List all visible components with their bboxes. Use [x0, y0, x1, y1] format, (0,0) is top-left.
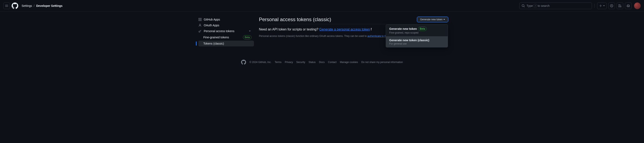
- dropdown-item-title: Generate new token: [389, 27, 417, 30]
- footer-link-privacy[interactable]: Privacy: [285, 61, 293, 64]
- sidebar-item-label: Fine-grained tokens: [203, 36, 229, 39]
- main-content: Personal access tokens (classic) Generat…: [259, 16, 448, 46]
- search-input[interactable]: Type / to search: [519, 2, 592, 9]
- svg-point-4: [620, 6, 621, 7]
- svg-point-3: [619, 6, 620, 7]
- svg-rect-5: [199, 18, 200, 19]
- breadcrumb-settings-link[interactable]: Settings: [22, 4, 32, 7]
- dropdown-item-subtitle: For general use: [389, 42, 444, 45]
- hamburger-icon: [5, 4, 8, 7]
- breadcrumb-current: Developer Settings: [36, 4, 62, 7]
- sidebar-item-personal-access-tokens[interactable]: Personal access tokens: [196, 28, 254, 34]
- svg-point-10: [199, 31, 200, 32]
- github-logo-icon[interactable]: [241, 60, 246, 65]
- beta-badge: Beta: [418, 27, 427, 31]
- footer-link-docs[interactable]: Docs: [319, 61, 324, 64]
- pull-requests-button[interactable]: [616, 2, 623, 9]
- key-icon: [198, 29, 202, 33]
- create-new-button[interactable]: [597, 2, 607, 9]
- sidebar-item-label: GitHub Apps: [204, 18, 220, 21]
- generate-token-link[interactable]: Generate a personal access token: [319, 27, 370, 31]
- sidebar-item-label: OAuth Apps: [204, 24, 219, 27]
- user-avatar[interactable]: [634, 2, 641, 9]
- person-icon: [198, 24, 202, 27]
- footer-link-manage-cookies[interactable]: Manage cookies: [340, 61, 358, 64]
- beta-badge: Beta: [243, 35, 252, 39]
- slash-key-hint: /: [534, 4, 537, 8]
- inbox-icon: [626, 4, 630, 7]
- breadcrumb: Settings / Developer Settings: [22, 4, 62, 7]
- footer-link-do-not-share[interactable]: Do not share my personal information: [361, 61, 403, 64]
- dropdown-item-title: Generate new token (classic): [389, 38, 429, 42]
- footer-link-terms[interactable]: Terms: [275, 61, 282, 64]
- page-title: Personal access tokens (classic): [259, 16, 331, 22]
- svg-rect-7: [199, 20, 200, 21]
- footer-link-contact[interactable]: Contact: [328, 61, 336, 64]
- plus-icon: [599, 4, 602, 7]
- sidebar-item-github-apps[interactable]: GitHub Apps: [196, 16, 254, 22]
- pull-request-icon: [618, 4, 622, 7]
- chevron-down-icon: [443, 19, 445, 20]
- chevron-down-icon: [248, 29, 252, 33]
- sidebar: GitHub Apps OAuth Apps Personal access t…: [196, 16, 254, 46]
- global-header: Settings / Developer Settings Type / to …: [0, 0, 644, 12]
- chevron-down-icon: [603, 5, 605, 6]
- apps-icon: [198, 18, 202, 21]
- issue-icon: [610, 4, 613, 7]
- svg-rect-8: [200, 20, 202, 21]
- dropdown-item-fine-grained[interactable]: Generate new token Beta Fine-grained, re…: [386, 25, 448, 36]
- svg-point-2: [619, 4, 620, 5]
- github-logo-icon[interactable]: [12, 2, 18, 9]
- sidebar-item-label: Personal access tokens: [204, 29, 234, 33]
- notifications-button[interactable]: [625, 2, 632, 9]
- svg-point-9: [200, 24, 201, 25]
- issues-button[interactable]: [608, 2, 615, 9]
- svg-rect-6: [200, 18, 202, 19]
- footer-link-status[interactable]: Status: [308, 61, 316, 64]
- dropdown-item-classic[interactable]: Generate new token (classic) For general…: [386, 36, 448, 47]
- dropdown-item-subtitle: Fine-grained, repo-scoped: [389, 31, 444, 34]
- sidebar-subitem-tokens-classic[interactable]: Tokens (classic): [198, 41, 254, 46]
- footer: © 2024 GitHub, Inc. Terms Privacy Securi…: [0, 51, 644, 68]
- footer-copyright: © 2024 GitHub, Inc.: [250, 61, 272, 64]
- breadcrumb-separator: /: [34, 4, 35, 7]
- hamburger-menu-button[interactable]: [3, 2, 10, 9]
- generate-new-token-button[interactable]: Generate new token Generate new token Be…: [417, 17, 448, 22]
- sidebar-subitem-fine-grained[interactable]: Fine-grained tokens Beta: [198, 34, 254, 41]
- search-icon: [522, 4, 525, 7]
- footer-link-security[interactable]: Security: [296, 61, 305, 64]
- svg-point-1: [611, 5, 612, 6]
- sidebar-item-label: Tokens (classic): [203, 42, 224, 45]
- search-placeholder: Type / to search: [526, 4, 550, 8]
- generate-token-dropdown: Generate new token Beta Fine-grained, re…: [386, 24, 448, 47]
- sidebar-item-oauth-apps[interactable]: OAuth Apps: [196, 22, 254, 28]
